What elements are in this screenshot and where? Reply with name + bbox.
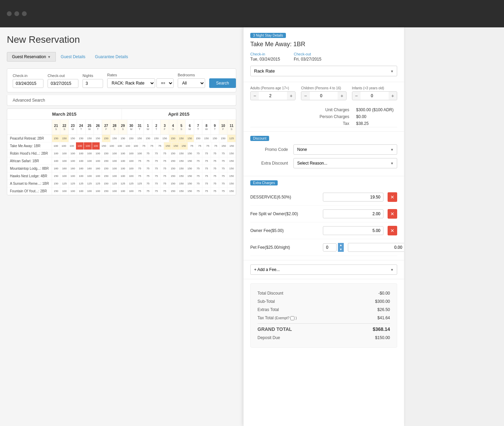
rate-cell[interactable]: 150 — [186, 172, 194, 180]
rate-cell[interactable]: 150 — [102, 188, 110, 195]
rate-cell[interactable]: 150 — [86, 135, 94, 142]
rate-cell[interactable]: 75 — [211, 188, 219, 195]
rate-cell[interactable]: 150 — [52, 180, 60, 187]
tab-guarantee-details[interactable]: Guarantee Details — [90, 52, 133, 61]
rate-cell[interactable]: 100 — [127, 150, 136, 157]
rate-cell[interactable]: 150 — [102, 157, 110, 165]
pet-fee-qty-input[interactable] — [323, 243, 337, 251]
rate-cell[interactable]: 75 — [136, 165, 144, 172]
infants-increment[interactable]: + — [389, 92, 397, 100]
rate-cell[interactable]: 75 — [136, 172, 144, 180]
rate-cell[interactable]: 100 — [86, 157, 94, 165]
traffic-light-minimize[interactable] — [14, 11, 19, 16]
adults-increment[interactable]: + — [287, 92, 295, 100]
rate-cell[interactable]: 100 — [136, 150, 144, 157]
rate-cell[interactable]: 75 — [202, 157, 211, 165]
rate-cell[interactable]: 100 — [124, 142, 132, 150]
rate-cell[interactable]: 150 — [164, 142, 172, 150]
rate-cell[interactable]: 100 — [52, 157, 60, 165]
pet-fee-down[interactable]: ▼ — [338, 247, 344, 252]
rate-cell[interactable]: 150 — [169, 157, 177, 165]
rate-cell[interactable]: 75 — [188, 142, 196, 150]
rate-cell[interactable]: 75 — [152, 180, 161, 187]
rate-cell[interactable]: 75 — [211, 172, 219, 180]
rate-cell[interactable]: 150 — [186, 150, 194, 157]
rate-cell[interactable]: 150 — [169, 172, 177, 180]
rate-cell[interactable]: 150 — [227, 172, 236, 180]
rate-cell[interactable]: 75 — [211, 165, 219, 172]
rate-cell[interactable]: 75 — [156, 142, 164, 150]
traffic-light-close[interactable] — [7, 11, 12, 16]
rate-cell[interactable]: 150 — [100, 142, 108, 150]
rate-cell[interactable]: 150 — [227, 157, 236, 165]
nights-input[interactable] — [83, 79, 103, 88]
rate-cell[interactable]: 150 — [169, 165, 177, 172]
rate-cell[interactable]: 100 — [60, 157, 68, 165]
rate-cell[interactable]: 75 — [211, 180, 219, 187]
rate-cell[interactable]: 75 — [212, 142, 220, 150]
rate-cell[interactable]: 100 — [119, 165, 127, 172]
rate-cell[interactable]: 150 — [228, 142, 236, 150]
rate-cell[interactable]: 75 — [144, 165, 152, 172]
rate-cell[interactable]: 125 — [86, 180, 94, 187]
rate-cell[interactable]: 150 — [136, 135, 144, 142]
rate-cell[interactable]: 125 — [111, 180, 119, 187]
rate-cell[interactable]: 75 — [136, 188, 144, 195]
rate-cell[interactable]: 75 — [148, 142, 156, 150]
rate-cell[interactable]: 100 — [92, 142, 100, 150]
rate-cell[interactable]: 125 — [69, 180, 77, 187]
rate-cell[interactable]: 75 — [211, 150, 219, 157]
rate-cell[interactable]: 75 — [161, 188, 169, 195]
rate-cell[interactable]: 100 — [76, 142, 84, 150]
rate-cell[interactable]: 160 — [60, 165, 68, 172]
rate-cell[interactable]: 150 — [177, 180, 186, 187]
rate-cell[interactable]: 150 — [102, 180, 110, 187]
rate-cell[interactable]: 150 — [186, 180, 194, 187]
rate-cell[interactable]: 150 — [186, 135, 194, 142]
rate-cell[interactable]: 125 — [60, 180, 68, 187]
rate-cell[interactable]: 150 — [177, 150, 186, 157]
rate-cell[interactable]: 125 — [227, 135, 236, 142]
eq-select[interactable]: == — [156, 78, 174, 88]
rate-cell[interactable]: 75 — [204, 142, 212, 150]
rate-cell[interactable]: 150 — [102, 150, 110, 157]
rate-cell[interactable]: 160 — [52, 165, 60, 172]
rate-cell[interactable]: 125 — [136, 180, 144, 187]
rate-cell[interactable]: 150 — [186, 157, 194, 165]
adults-decrement[interactable]: − — [251, 92, 259, 100]
rate-cell[interactable]: 150 — [177, 172, 186, 180]
rate-cell[interactable]: 75 — [194, 165, 202, 172]
rate-cell[interactable]: 160 — [94, 165, 102, 172]
rate-cell[interactable]: 75 — [194, 172, 202, 180]
rate-cell[interactable]: 125 — [119, 180, 127, 187]
rate-cell[interactable]: 150 — [177, 165, 186, 172]
rate-cell[interactable]: 75 — [136, 157, 144, 165]
adults-input[interactable] — [259, 92, 287, 100]
rate-cell[interactable]: 75 — [194, 150, 202, 157]
rate-cell[interactable]: 75 — [161, 180, 169, 187]
rate-cell[interactable]: 100 — [77, 150, 85, 157]
children-decrement[interactable]: − — [301, 92, 310, 100]
rate-cell[interactable]: 75 — [219, 180, 227, 187]
rate-cell[interactable]: 150 — [177, 157, 186, 165]
rate-cell[interactable]: 150 — [169, 150, 177, 157]
rate-cell[interactable]: 75 — [219, 150, 227, 157]
rate-cell[interactable]: 150 — [127, 135, 136, 142]
rate-cell[interactable]: 100 — [127, 165, 136, 172]
rate-cell[interactable]: 100 — [60, 142, 68, 150]
rate-cell[interactable]: 150 — [119, 135, 127, 142]
search-button[interactable]: Search — [209, 78, 236, 88]
traffic-light-maximize[interactable] — [22, 11, 27, 16]
promo-code-select[interactable]: None — [293, 144, 397, 155]
rate-cell[interactable]: 100 — [127, 188, 136, 195]
rate-cell[interactable]: 150 — [169, 135, 177, 142]
rate-cell[interactable]: 100 — [84, 142, 92, 150]
rate-cell[interactable]: 100 — [77, 172, 85, 180]
rate-cell[interactable]: 75 — [161, 172, 169, 180]
pet-fee-input[interactable] — [348, 243, 404, 252]
rate-cell[interactable]: 150 — [144, 135, 152, 142]
rate-cell[interactable]: 150 — [60, 135, 68, 142]
checkin-input[interactable] — [13, 79, 43, 88]
rate-cell[interactable]: 75 — [152, 165, 161, 172]
desservice-input[interactable] — [323, 193, 383, 202]
